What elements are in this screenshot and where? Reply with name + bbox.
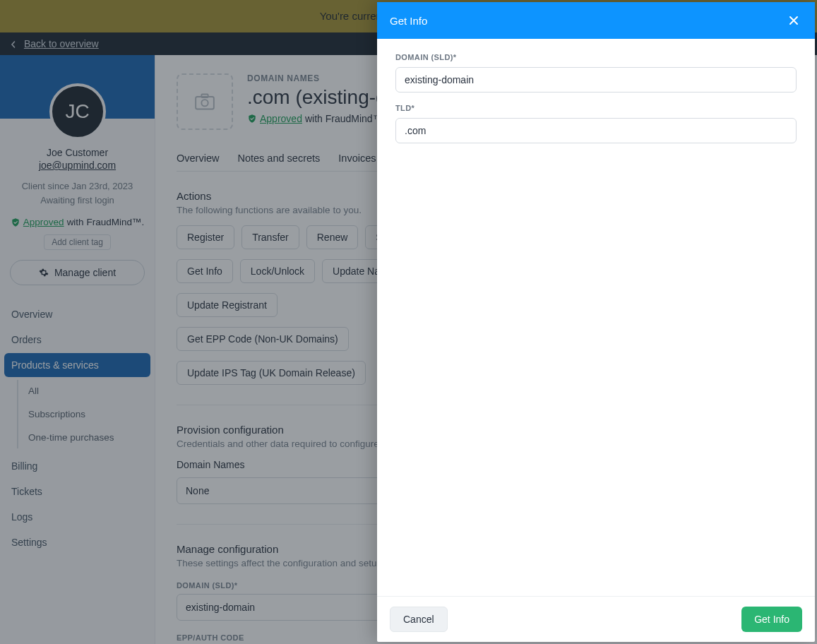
close-icon — [789, 16, 799, 25]
drawer-domain-input[interactable] — [395, 67, 797, 93]
get-info-submit-button[interactable]: Get Info — [741, 607, 802, 632]
drawer-header: Get Info — [377, 2, 815, 39]
get-info-drawer: Get Info DOMAIN (SLD)* TLD* Cancel Get I… — [377, 2, 815, 642]
drawer-title: Get Info — [390, 15, 427, 27]
drawer-domain-label: DOMAIN (SLD)* — [395, 53, 797, 61]
drawer-footer: Cancel Get Info — [377, 596, 815, 642]
close-button[interactable] — [785, 12, 802, 29]
drawer-body: DOMAIN (SLD)* TLD* — [377, 39, 815, 596]
cancel-button[interactable]: Cancel — [390, 607, 448, 632]
drawer-tld-label: TLD* — [395, 104, 797, 112]
drawer-tld-input[interactable] — [395, 118, 797, 143]
